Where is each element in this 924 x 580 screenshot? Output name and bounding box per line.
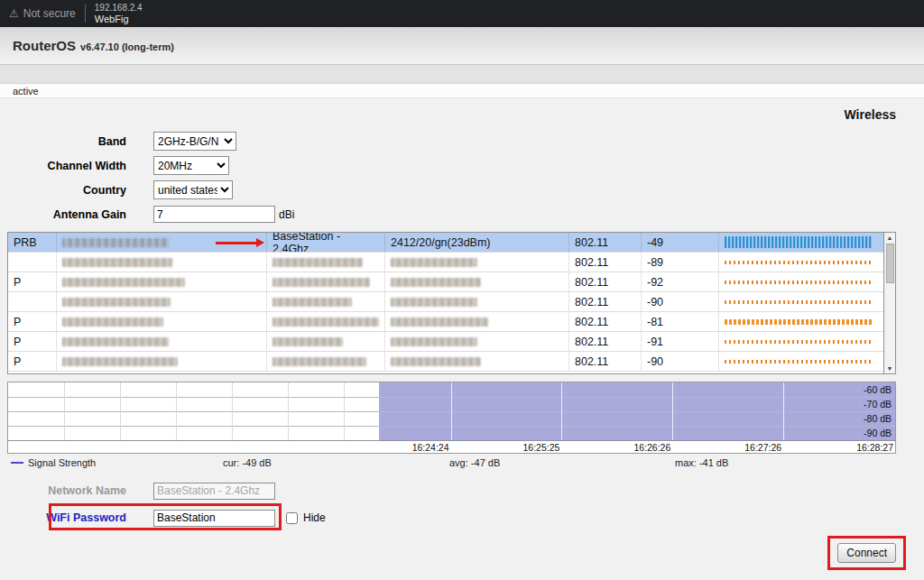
not-secure-label: Not secure (23, 7, 76, 20)
cell-standard: 802.11 (569, 292, 642, 311)
country-select[interactable]: united states3 (153, 180, 233, 199)
scan-row[interactable]: 802.11 -90 (8, 292, 883, 312)
redacted-mac-address (62, 298, 171, 307)
cell-ssid (267, 272, 385, 291)
channel-width-select[interactable]: 20MHz (153, 156, 229, 175)
annotation-red-arrow (216, 238, 264, 247)
cell-signal: -92 (642, 272, 719, 291)
redacted-channel (391, 318, 488, 327)
header-spacer (0, 65, 924, 83)
cell-address (57, 312, 267, 331)
cell-address (57, 272, 267, 291)
cell-signal-bar (719, 312, 883, 331)
legend-max: max: -41 dB (675, 457, 728, 468)
signal-bar-blue (725, 236, 872, 248)
redacted-ssid (273, 337, 343, 346)
bookmark-webfig[interactable]: WebFig (95, 14, 143, 25)
redacted-channel (391, 258, 477, 267)
signal-bar-orange (725, 300, 872, 304)
redacted-channel (391, 337, 477, 346)
scan-row[interactable]: 802.11 -89 (8, 253, 883, 272)
cell-standard: 802.11 (569, 253, 642, 272)
cell-ssid (267, 292, 385, 311)
redacted-ssid (273, 278, 370, 287)
redacted-ssid (273, 318, 379, 327)
signal-strength-chart: -60 dB -70 dB -80 dB -90 dB 16:24:24 16:… (7, 382, 896, 454)
channel-width-row: Channel Width 20MHz (0, 153, 924, 178)
y-tick--70db: -70 dB (864, 398, 892, 410)
network-name-row: Network Name (0, 481, 924, 501)
scrollbar-down-icon[interactable]: ▼ (887, 364, 893, 373)
routeros-brand: RouterOS (13, 38, 76, 53)
scan-row-selected[interactable]: PRB BaseStation - 2.4Ghz 2412/20/gn(23dB… (8, 233, 883, 253)
cell-channel (385, 312, 569, 331)
cell-channel: 2412/20/gn(23dBm) (385, 233, 569, 252)
cell-ssid: BaseStation - 2.4Ghz (267, 233, 385, 252)
network-name-input (153, 483, 275, 500)
legend-line-swatch (11, 462, 23, 464)
scan-row[interactable]: P 802.11 -81 (8, 312, 883, 332)
cell-signal-bar (719, 233, 883, 252)
cell-address (57, 292, 267, 311)
warning-icon: ⚠ (9, 7, 19, 20)
redacted-mac-address (62, 238, 169, 247)
connect-row: Connect (0, 543, 924, 563)
cell-signal: -91 (642, 332, 719, 351)
cell-standard: 802.11 (569, 272, 642, 291)
address-bar-divider (85, 5, 86, 23)
address-bar-url[interactable]: 192.168.2.4 (95, 2, 143, 14)
y-tick--90db: -90 dB (864, 427, 892, 439)
cell-channel (385, 253, 569, 272)
signal-bar-orange (725, 261, 872, 264)
channel-width-label: Channel Width (0, 160, 126, 172)
hide-password-checkbox[interactable] (286, 512, 298, 524)
wifi-password-input[interactable] (153, 510, 275, 527)
signal-bar-orange (725, 340, 872, 344)
antenna-gain-input[interactable] (153, 206, 275, 223)
cell-signal: -90 (642, 352, 719, 371)
cell-channel (385, 292, 569, 311)
signal-bar-orange (725, 360, 872, 364)
cell-signal-bar (719, 332, 883, 351)
scrollbar-up-icon[interactable]: ▲ (887, 234, 893, 242)
hide-password-label: Hide (303, 511, 326, 524)
cell-flags: P (8, 352, 57, 371)
redacted-mac-address (62, 258, 172, 267)
cell-ssid (267, 332, 385, 351)
signal-bar-orange (725, 281, 872, 284)
redacted-ssid (273, 298, 352, 307)
band-select[interactable]: 2GHz-B/G/N (153, 132, 236, 151)
cell-ssid (267, 352, 385, 371)
cell-signal: -90 (642, 292, 719, 311)
band-label: Band (0, 135, 126, 148)
cell-ssid (267, 253, 385, 272)
redacted-ssid (273, 258, 363, 267)
y-tick--60db: -60 dB (864, 383, 892, 396)
redacted-mac-address (62, 278, 185, 287)
country-label: Country (0, 184, 126, 197)
scan-row[interactable]: P 802.11 -90 (8, 352, 883, 372)
cell-flags: P (8, 312, 57, 331)
scan-row[interactable]: P 802.11 -91 (8, 332, 883, 352)
redacted-channel (391, 357, 481, 366)
scrollbar-thumb[interactable] (886, 244, 894, 283)
cell-flags: PRB (8, 233, 57, 252)
cell-channel (385, 332, 569, 351)
connect-button[interactable]: Connect (837, 543, 896, 563)
redacted-channel (391, 298, 477, 307)
cell-ssid (267, 312, 385, 331)
cell-address (57, 352, 267, 371)
cell-signal: -49 (642, 233, 719, 252)
cell-signal-bar (719, 253, 883, 272)
wifi-password-label: WiFi Password (0, 511, 126, 524)
antenna-gain-unit: dBi (279, 208, 294, 221)
redacted-channel (391, 278, 481, 287)
status-strip: active (0, 83, 924, 98)
page-title: Wireless (0, 98, 924, 124)
routeros-header: RouterOS v6.47.10 (long-term) (0, 27, 924, 65)
routeros-version: v6.47.10 (long-term) (80, 39, 174, 52)
scan-row[interactable]: P 802.11 -92 (8, 272, 883, 292)
table-scrollbar[interactable]: ▲ ▼ (883, 233, 895, 373)
cell-standard: 802.11 (569, 352, 642, 371)
band-row: Band 2GHz-B/G/N (0, 129, 924, 153)
